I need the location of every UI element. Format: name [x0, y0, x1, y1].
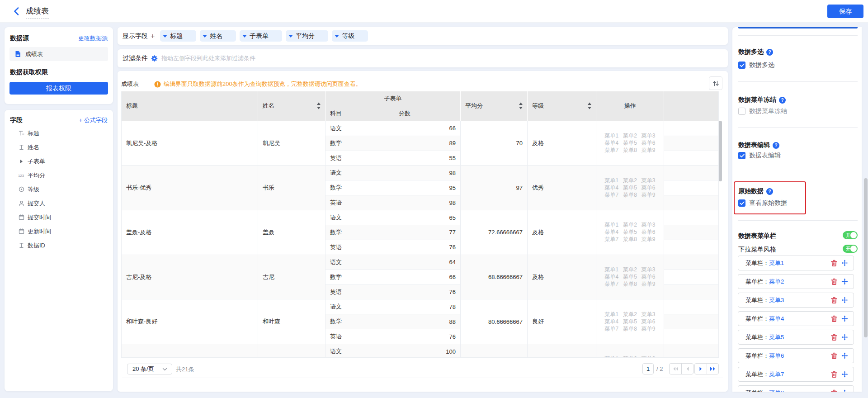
row-menu-link[interactable]: 菜单1 [604, 266, 618, 273]
checkbox-checked-icon[interactable] [738, 199, 745, 207]
menubar-item-link[interactable]: 菜单8 [769, 389, 784, 392]
move-icon[interactable] [841, 371, 848, 378]
row-menu-link[interactable]: 菜单3 [642, 222, 656, 228]
row-menu-link[interactable]: 菜单9 [642, 326, 656, 332]
row-menu-link[interactable]: 菜单4 [604, 185, 618, 191]
delete-icon[interactable] [830, 334, 837, 341]
sort-caret-icon[interactable] [519, 102, 523, 109]
row-menu-link[interactable]: 菜单9 [642, 147, 656, 154]
row-menu-link[interactable]: 菜单5 [623, 229, 637, 236]
row-menu-link[interactable]: 菜单1 [604, 355, 618, 358]
next-page-button[interactable] [695, 364, 707, 374]
move-icon[interactable] [841, 315, 848, 322]
row-menu-link[interactable]: 菜单3 [642, 133, 656, 139]
add-formula-field-link[interactable]: + 公式字段 [79, 116, 108, 124]
row-menu-link[interactable]: 菜单7 [604, 147, 618, 154]
row-menu-link[interactable]: 菜单5 [623, 274, 637, 280]
add-display-field-button[interactable]: + [151, 32, 155, 40]
delete-icon[interactable] [830, 260, 837, 266]
page-scrollbar-thumb[interactable] [864, 178, 868, 337]
menubar-item-link[interactable]: 菜单7 [769, 370, 784, 379]
row-menu-link[interactable]: 菜单2 [623, 222, 637, 228]
gear-icon[interactable] [151, 55, 158, 62]
row-menu-link[interactable]: 菜单8 [623, 281, 637, 288]
filter-dropzone-placeholder[interactable]: 拖动左侧字段到此处来添加过滤条件 [161, 54, 255, 62]
row-menu-link[interactable]: 菜单2 [623, 133, 637, 139]
help-icon[interactable]: ? [773, 142, 779, 149]
last-page-button[interactable] [707, 364, 718, 374]
row-menu-link[interactable]: 菜单7 [604, 281, 618, 288]
move-icon[interactable] [841, 297, 848, 303]
row-menu-link[interactable]: 菜单6 [642, 140, 656, 147]
display-field-tag[interactable]: 标题 [160, 30, 196, 42]
display-field-tag[interactable]: 平均分 [286, 30, 328, 42]
row-menu-link[interactable]: 菜单5 [623, 185, 637, 191]
table-scrollbar-thumb[interactable] [719, 121, 722, 181]
sort-caret-icon[interactable] [316, 102, 321, 109]
row-menu-link[interactable]: 菜单1 [604, 311, 618, 318]
row-menu-link[interactable]: 菜单6 [642, 318, 656, 325]
first-page-button[interactable] [670, 364, 681, 374]
row-menu-link[interactable]: 菜单9 [642, 281, 656, 288]
row-menu-link[interactable]: 菜单7 [604, 326, 618, 332]
menubar-item-link[interactable]: 菜单1 [769, 259, 784, 267]
field-item[interactable]: 提交时间 [5, 210, 113, 224]
row-menu-link[interactable]: 菜单6 [642, 229, 656, 236]
help-icon[interactable]: ? [779, 97, 786, 104]
move-icon[interactable] [841, 352, 848, 359]
row-menu-link[interactable]: 菜单9 [642, 192, 656, 199]
checkbox-unchecked-icon[interactable] [738, 108, 745, 115]
row-menu-link[interactable]: 菜单3 [642, 177, 656, 184]
row-menu-link[interactable]: 菜单4 [604, 140, 618, 147]
row-menu-link[interactable]: 菜单2 [623, 355, 637, 358]
field-item[interactable]: 提交人 [5, 196, 113, 210]
row-menu-link[interactable]: 菜单3 [642, 266, 656, 273]
sort-order-button[interactable] [709, 76, 722, 90]
delete-icon[interactable] [830, 352, 837, 359]
menubar-item-link[interactable]: 菜单5 [769, 333, 784, 341]
row-menu-link[interactable]: 菜单8 [623, 236, 637, 243]
field-item[interactable]: 姓名 [5, 140, 113, 154]
checkbox-checked-icon[interactable] [738, 152, 745, 159]
row-menu-link[interactable]: 菜单8 [623, 326, 637, 332]
row-menu-link[interactable]: 菜单4 [604, 318, 618, 325]
help-icon[interactable]: ? [766, 188, 773, 195]
row-menu-link[interactable]: 菜单7 [604, 192, 618, 199]
checkbox-row-raw-data[interactable]: 查看原始数据 [738, 199, 787, 207]
row-menu-link[interactable]: 菜单6 [642, 185, 656, 191]
field-item[interactable]: 等级 [5, 182, 113, 196]
move-icon[interactable] [841, 278, 848, 285]
field-item[interactable]: 123平均分 [5, 168, 113, 182]
column-header-name[interactable]: 姓名 [258, 91, 326, 121]
field-item[interactable]: 子表单 [5, 154, 113, 168]
sort-caret-icon[interactable] [587, 102, 592, 109]
display-field-tag[interactable]: 姓名 [200, 30, 236, 42]
menubar-item-link[interactable]: 菜单2 [769, 278, 784, 286]
column-header-average[interactable]: 平均分 [461, 91, 528, 121]
row-menu-link[interactable]: 菜单4 [604, 274, 618, 280]
field-item[interactable]: 标题 [5, 126, 113, 140]
report-permission-button[interactable]: 报表权限 [9, 82, 108, 95]
row-menu-link[interactable]: 菜单3 [642, 311, 656, 318]
row-menu-link[interactable]: 菜单1 [604, 222, 618, 228]
display-field-tag[interactable]: 等级 [332, 30, 368, 42]
save-button[interactable]: 保存 [827, 5, 863, 18]
delete-icon[interactable] [830, 389, 837, 392]
page-size-select[interactable]: 20 条/页 [127, 364, 172, 374]
row-menu-link[interactable]: 菜单5 [623, 318, 637, 325]
move-icon[interactable] [841, 260, 848, 266]
row-menu-link[interactable]: 菜单8 [623, 147, 637, 154]
back-button[interactable] [12, 6, 22, 16]
delete-icon[interactable] [830, 371, 837, 378]
row-menu-link[interactable]: 菜单7 [604, 236, 618, 243]
menubar-item-link[interactable]: 菜单3 [769, 296, 784, 304]
checkbox-row-menu-freeze[interactable]: 数据菜单冻结 [738, 107, 787, 115]
current-page-input[interactable]: 1 [642, 363, 654, 374]
delete-icon[interactable] [830, 297, 837, 303]
column-header-title[interactable]: 标题 [122, 91, 258, 121]
row-menu-link[interactable]: 菜单2 [623, 311, 637, 318]
display-field-tag[interactable]: 子表单 [240, 30, 282, 42]
delete-icon[interactable] [830, 278, 837, 285]
row-menu-link[interactable]: 菜单4 [604, 229, 618, 236]
move-icon[interactable] [841, 334, 848, 341]
